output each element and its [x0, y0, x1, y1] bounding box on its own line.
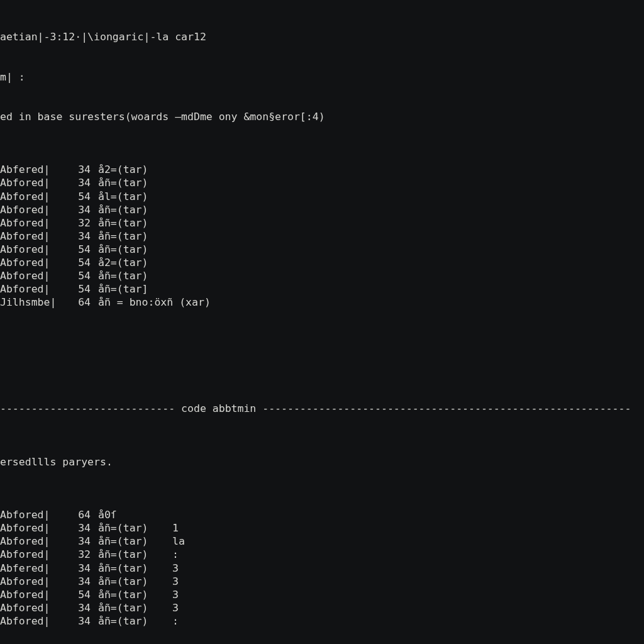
table-row: Jilhsmbe|64åñ = bno:öxñ (xar) [0, 296, 644, 309]
row-label: Abfored| [0, 508, 54, 521]
row-num: 54 [54, 256, 98, 269]
row-eq: åñ=(tar] [98, 282, 169, 296]
row-extra: 1 [169, 521, 179, 535]
table-row: Abfored|34åñ=(tar)la [0, 535, 644, 548]
row-label: Abfored| [0, 256, 54, 269]
terminal-screen[interactable]: aetian|-3:12·|\iongaric|-la car12 m| : e… [0, 0, 644, 644]
row-num: 32 [54, 216, 98, 230]
row-extra: la [169, 535, 185, 548]
row-eq: åñ=(tar) [98, 575, 169, 588]
row-num: 54 [54, 190, 98, 203]
row-label: Abfored| [0, 269, 54, 282]
section-divider-code: ---------------------------- code abbtmi… [0, 402, 644, 415]
row-eq: åñ=(tar) [98, 230, 169, 243]
row-eq: åñ=(tar) [98, 243, 169, 256]
row-num: 54 [54, 588, 98, 601]
row-eq: åñ=(tar) [98, 269, 169, 282]
row-label: Abfored| [0, 548, 54, 561]
table-row: Abfored|54å2=(tar) [0, 256, 644, 269]
row-eq: å0ſ [98, 508, 169, 521]
table-row: Abfored|32åñ=(tar) [0, 216, 644, 230]
row-extra [169, 508, 172, 521]
row-extra: 3 [169, 588, 179, 601]
row-label: Abfored| [0, 521, 54, 535]
row-label: Abfored| [0, 230, 54, 243]
row-label: Abfored| [0, 614, 54, 628]
row-label: Abfered| [0, 562, 54, 575]
row-eq: åñ=(tar) [98, 588, 169, 601]
row-num: 54 [54, 243, 98, 256]
row-label: Abfored| [0, 216, 54, 230]
row-eq: åñ=(tar) [98, 535, 169, 548]
row-label: Abfored| [0, 282, 54, 296]
row-num: 34 [54, 521, 98, 535]
row-label: Abfored| [0, 535, 54, 548]
row-extra: 3 [169, 601, 179, 614]
table-row: Abfored|54åñ=(tar] [0, 282, 644, 296]
row-num: 34 [54, 562, 98, 575]
row-label: Jilhsmbe| [0, 296, 54, 309]
table-row: Abfored|34åñ=(tar)3 [0, 601, 644, 614]
row-num: 64 [54, 296, 98, 309]
header-line-1: aetian|-3:12·|\iongaric|-la car12 [0, 30, 644, 43]
row-eq: å2=(tar) [98, 256, 169, 269]
row-label: Abfered| [0, 163, 54, 176]
table-row: Abfored|54åñ=(tar)3 [0, 588, 644, 601]
row-label: Abfored| [0, 243, 54, 256]
row-label: Abfored| [0, 588, 54, 601]
row-eq: åñ=(tar) [98, 548, 169, 561]
row-num: 34 [54, 203, 98, 216]
row-num: 32 [54, 548, 98, 561]
row-eq: åñ=(tar) [98, 176, 169, 189]
row-eq: åñ=(tar) [98, 203, 169, 216]
row-eq: åñ = bno:öxñ (xar) [98, 296, 169, 309]
table-row: Abfored|34åñ=(tar)1 [0, 521, 644, 535]
row-num: 34 [54, 575, 98, 588]
row-extra: : [169, 548, 179, 561]
section-title: code abbtmin [175, 402, 262, 415]
table-row: Abfored|54ål=(tar) [0, 190, 644, 203]
table-row: Abfored|34åñ=(tar): [0, 614, 644, 628]
row-label: Abfored| [0, 203, 54, 216]
table-row: Abfored|34åñ=(tar) [0, 230, 644, 243]
section2-header: ersedllls paryers. [0, 455, 644, 469]
row-extra: 3 [169, 575, 179, 588]
row-eq: åñ=(tar) [98, 521, 169, 535]
row-label: Abfored| [0, 601, 54, 614]
row-num: 34 [54, 163, 98, 176]
table-row: Abfored|54åñ=(tar) [0, 269, 644, 282]
table-row: Abfored|34åñ=(tar) [0, 176, 644, 189]
table-row: Abfered|34åñ=(tar)3 [0, 562, 644, 575]
row-eq: åñ=(tar) [98, 562, 169, 575]
row-num: 54 [54, 269, 98, 282]
row-label: Abfored| [0, 190, 54, 203]
row-eq: å2=(tar) [98, 163, 169, 176]
table-row: Abfored|54åñ=(tar) [0, 243, 644, 256]
header-line-2: m| : [0, 70, 644, 84]
row-num: 34 [54, 535, 98, 548]
table-row: Abfered|34å2=(tar) [0, 163, 644, 176]
table-row: Abfored|32åñ=(tar): [0, 548, 644, 561]
row-num: 34 [54, 601, 98, 614]
row-eq: åñ=(tar) [98, 614, 169, 628]
row-num: 34 [54, 230, 98, 243]
row-label: Abfored| [0, 176, 54, 189]
row-extra: 3 [169, 562, 179, 575]
row-extra: : [169, 614, 179, 628]
blank-line [0, 349, 644, 362]
row-eq: åñ=(tar) [98, 601, 169, 614]
table-row: Abfored|64å0ſ [0, 508, 644, 521]
header-line-3: ed in base suresters(woards —mdDme ony &… [0, 110, 644, 123]
row-eq: åñ=(tar) [98, 216, 169, 230]
row-num: 54 [54, 282, 98, 296]
table-row: Abfored|34åñ=(tar)3 [0, 575, 644, 588]
row-num: 34 [54, 614, 98, 628]
table-row: Abfored|34åñ=(tar) [0, 203, 644, 216]
row-label: Abfored| [0, 575, 54, 588]
row-num: 34 [54, 176, 98, 189]
row-num: 64 [54, 508, 98, 521]
row-eq: ål=(tar) [98, 190, 169, 203]
